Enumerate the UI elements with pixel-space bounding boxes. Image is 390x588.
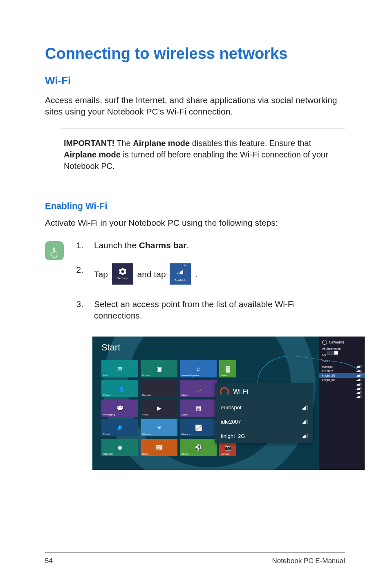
network-ap-idle2007[interactable]: idle2007 — [322, 369, 361, 373]
tile-sports[interactable]: ⚽Sports — [180, 439, 217, 456]
intro-paragraph: Access emails, surf the Internet, and sh… — [45, 94, 345, 118]
wifi-section-label: Wi-Fi — [322, 359, 361, 363]
network-ap-item-4[interactable] — [322, 382, 361, 386]
gear-icon — [119, 267, 127, 276]
wifi-popup: Wi-Fi eurospotidle2007knight_2G — [215, 383, 313, 443]
wifi-popup-header: Wi-Fi — [215, 383, 313, 400]
airplane-mode-toggle[interactable] — [327, 351, 338, 355]
wifi-popup-callout: Wi-Fi eurospotidle2007knight_2G — [215, 383, 325, 443]
step-3-text: Select an access point from the list of … — [94, 298, 345, 322]
network-ap-knight_2G[interactable]: knight_2G — [319, 373, 365, 378]
tile-calendar[interactable]: ▦Calendar — [101, 439, 138, 456]
page-title: Connecting to wireless networks — [45, 45, 345, 63]
tile-news[interactable]: 📰News — [141, 439, 177, 456]
tile-mail[interactable]: ✉Mail — [101, 360, 138, 377]
step-1: 1. Launch the Charms bar. — [75, 240, 345, 251]
footer-title: Notebook PC E-Manual — [272, 557, 345, 565]
important-label: IMPORTANT! — [64, 139, 114, 148]
step-2-part-c: . — [195, 269, 197, 279]
important-text: IMPORTANT! The Airplane mode disables th… — [61, 137, 345, 172]
important-part2: disables this feature. Ensure that — [190, 139, 311, 148]
important-part1: The — [114, 139, 133, 148]
step-2-text: Tap Settings and tap Available . — [94, 264, 345, 285]
wifi-screenshot: Start ✉Mail▣PhotoseInternet Explorer▓Sto… — [92, 337, 365, 470]
tile-messaging[interactable]: 💬Messaging — [101, 399, 138, 417]
step-1-number: 1. — [75, 240, 83, 251]
back-icon[interactable]: ← — [322, 340, 327, 345]
touch-input-icon — [45, 241, 64, 260]
tile-desktop[interactable]: Desktop — [141, 380, 177, 397]
start-label: Start — [101, 342, 120, 353]
important-callout: IMPORTANT! The Airplane mode disables th… — [61, 128, 345, 181]
tile-travel[interactable]: 🧳Travel — [101, 419, 138, 436]
step-1-bold: Charms bar — [139, 240, 187, 250]
tile-maps[interactable]: ▦Maps — [180, 399, 217, 417]
settings-charm-tile[interactable]: Settings — [112, 263, 133, 285]
tile-photos[interactable]: ▣Photos — [141, 360, 177, 377]
tile-music[interactable]: 🎧Music — [180, 380, 217, 397]
airplane-mode-label: Airplane mode — [322, 347, 361, 350]
networks-header: ← Networks — [322, 340, 361, 345]
step-1-part-c: . — [186, 240, 189, 250]
subsection-heading: Enabling Wi-Fi — [45, 201, 345, 211]
popup-ap-eurospot[interactable]: eurospot — [215, 400, 313, 415]
network-ap-eurospot[interactable]: eurospot — [322, 364, 361, 369]
tile-people[interactable]: 👥People — [101, 380, 138, 397]
network-ap-item-7[interactable] — [322, 395, 361, 399]
signal-star-icon — [177, 266, 183, 277]
step-1-text: Launch the Charms bar. — [94, 240, 345, 251]
step-1-part-a: Launch the — [94, 240, 139, 250]
lead-paragraph: Activate Wi-Fi in your Notebook PC using… — [45, 217, 345, 229]
step-2-number: 2. — [75, 264, 83, 276]
page-number: 54 — [45, 557, 53, 565]
networks-title: Networks — [329, 340, 344, 344]
network-ap-item-6[interactable] — [322, 391, 361, 395]
popup-ap-idle2007[interactable]: idle2007 — [215, 415, 313, 429]
important-bold2: Airplane mode — [64, 150, 121, 159]
headphone-icon — [220, 387, 229, 396]
step-3: 3. Select an access point from the list … — [75, 298, 345, 322]
step-2-part-b: and tap — [137, 269, 168, 279]
network-ap-knight_5G[interactable]: knight_5G — [322, 378, 361, 382]
tile-weather[interactable]: ☀Weather — [141, 419, 177, 436]
step-3-number: 3. — [75, 298, 83, 310]
available-networks-tile[interactable]: Available — [170, 263, 191, 285]
tile-internet-explorer[interactable]: eInternet Explorer — [180, 360, 217, 377]
page-footer: 54 Notebook PC E-Manual — [45, 552, 345, 565]
tile-video[interactable]: ▶Video — [141, 399, 177, 417]
popup-ap-knight_2G[interactable]: knight_2G — [215, 429, 313, 443]
tile-finance[interactable]: 📈Finance — [180, 419, 217, 436]
section-heading: Wi-Fi — [45, 74, 345, 87]
network-ap-item-5[interactable] — [322, 386, 361, 391]
airplane-mode-state: Off — [322, 353, 326, 356]
step-2-part-a: Tap — [94, 269, 110, 279]
wifi-popup-title: Wi-Fi — [233, 388, 248, 395]
networks-panel[interactable]: ← Networks Airplane mode Off Wi-Fi euros… — [319, 337, 365, 470]
important-bold1: Airplane mode — [133, 139, 190, 148]
tile-store[interactable]: ▓Store — [219, 360, 236, 377]
step-2: 2. Tap Settings and tap Available . — [75, 264, 345, 285]
available-label: Available — [175, 278, 186, 282]
settings-label: Settings — [117, 276, 128, 280]
